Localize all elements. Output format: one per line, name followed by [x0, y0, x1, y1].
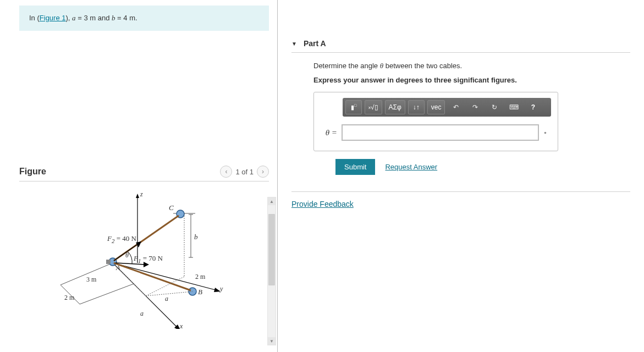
request-answer-link[interactable]: Request Answer [385, 163, 437, 171]
question-text: Determine the angle θ between the two ca… [313, 62, 630, 70]
figure-header: Figure ‹ 1 of 1 › [19, 166, 269, 182]
intro-text: In ( [29, 14, 40, 22]
answer-box: ▮□ x√▯ ΑΣφ ↓↑ vec ↶ ↷ ↻ ⌨ ? θ = ∘ [313, 92, 558, 151]
axis-y-label: y [220, 285, 223, 293]
instruction-text: Express your answer in degrees to three … [313, 76, 630, 84]
point-b-label: B [198, 288, 202, 296]
axis-z-label: z [140, 190, 143, 199]
scroll-thumb[interactable] [268, 214, 275, 285]
templates-button[interactable]: ▮□ [345, 100, 362, 114]
root-button[interactable]: x√▯ [365, 100, 382, 114]
collapse-icon: ▼ [291, 41, 297, 47]
redo-button[interactable]: ↷ [467, 100, 483, 114]
pager-next-button[interactable]: › [257, 166, 269, 178]
figure-link[interactable]: Figure 1 [40, 14, 66, 22]
greek-button[interactable]: ΑΣφ [385, 100, 405, 114]
problem-statement: In (Figure 1), a = 3 m and b = 4 m. [19, 6, 269, 31]
svg-marker-1 [136, 194, 139, 198]
vec-button[interactable]: vec [427, 100, 445, 114]
dim-a1: a [165, 295, 168, 303]
scroll-up-icon[interactable]: ▲ [268, 197, 276, 205]
part-label: Part A [304, 39, 326, 48]
pager-text: 1 of 1 [235, 168, 254, 176]
pager-prev-button[interactable]: ‹ [220, 166, 232, 178]
undo-button[interactable]: ↶ [448, 100, 464, 114]
force-f2-label: F2 = 40 N [107, 234, 136, 244]
part-header[interactable]: ▼ Part A [291, 30, 630, 53]
answer-input[interactable] [342, 124, 539, 141]
unit-label: ∘ [543, 129, 551, 136]
equation-toolbar: ▮□ x√▯ ΑΣφ ↓↑ vec ↶ ↷ ↻ ⌨ ? [343, 98, 551, 117]
scroll-down-icon[interactable]: ▼ [268, 337, 276, 345]
problem-pane: In (Figure 1), a = 3 m and b = 4 m. Figu… [0, 0, 278, 352]
reset-button[interactable]: ↻ [486, 100, 503, 114]
point-a-label: A [116, 264, 120, 272]
axis-x-label: x [180, 322, 183, 331]
svg-rect-10 [106, 260, 111, 264]
dim-2m-left: 2 m [64, 294, 74, 302]
svg-line-25 [146, 292, 192, 296]
help-button[interactable]: ? [525, 100, 541, 114]
answer-pane: ▼ Part A Determine the angle θ between t… [278, 0, 644, 352]
figure-title: Figure [19, 167, 46, 177]
svg-line-8 [80, 284, 134, 304]
submit-button[interactable]: Submit [335, 159, 375, 175]
figure-scrollbar[interactable]: ▲ ▼ [267, 197, 276, 345]
figure-pager: ‹ 1 of 1 › [220, 166, 269, 178]
input-label: θ = [321, 128, 337, 138]
dim-b-label: b [194, 233, 198, 241]
subscript-button[interactable]: ↓↑ [408, 100, 425, 114]
dim-2m-right: 2 m [195, 273, 205, 281]
keyboard-button[interactable]: ⌨ [505, 100, 522, 114]
theta-label: θ [125, 251, 129, 260]
force-f1-label: F1 = 70 N [134, 254, 163, 264]
dim-3m: 3 m [86, 276, 96, 284]
provide-feedback-link[interactable]: Provide Feedback [291, 200, 354, 208]
svg-line-21 [114, 263, 191, 290]
figure-diagram: z C F2 = 40 N b θ F1 = 70 N A 2 m y B 3 … [19, 186, 269, 329]
dim-a2: a [140, 310, 144, 318]
point-c-label: C [169, 204, 174, 212]
